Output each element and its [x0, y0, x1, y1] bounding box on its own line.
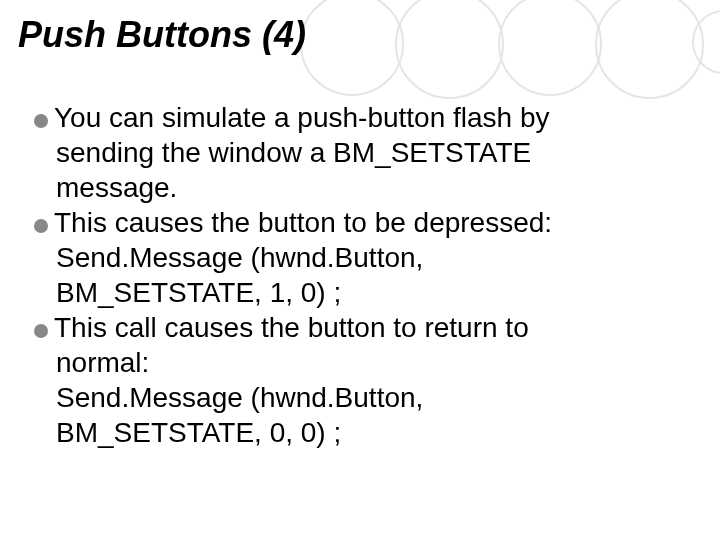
bullet-3-line-3: Send.Message (hwnd.Button, [34, 380, 680, 415]
slide-title: Push Buttons (4) [18, 14, 306, 56]
bullet-1: You can simulate a push-button flash by … [34, 100, 680, 205]
bullet-icon [34, 219, 48, 233]
bullet-3-line-4: BM_SETSTATE, 0, 0) ; [34, 415, 680, 450]
bullet-2-line-2: Send.Message (hwnd.Button, [34, 240, 680, 275]
bullet-1-line-2: sending the window a BM_SETSTATE [34, 135, 680, 170]
bullet-1-line-3: message. [34, 170, 680, 205]
bullet-2-line-1: This causes the button to be depressed: [54, 207, 552, 238]
slide: Push Buttons (4) You can simulate a push… [0, 0, 720, 540]
bullet-3: This call causes the button to return to… [34, 310, 680, 450]
bullet-icon [34, 324, 48, 338]
bullet-1-line-1: You can simulate a push-button flash by [54, 102, 550, 133]
bullet-3-line-2: normal: [34, 345, 680, 380]
bullet-3-line-1: This call causes the button to return to [54, 312, 529, 343]
bullet-2-line-3: BM_SETSTATE, 1, 0) ; [34, 275, 680, 310]
slide-body: You can simulate a push-button flash by … [34, 100, 680, 450]
bullet-icon [34, 114, 48, 128]
bullet-2: This causes the button to be depressed: … [34, 205, 680, 310]
